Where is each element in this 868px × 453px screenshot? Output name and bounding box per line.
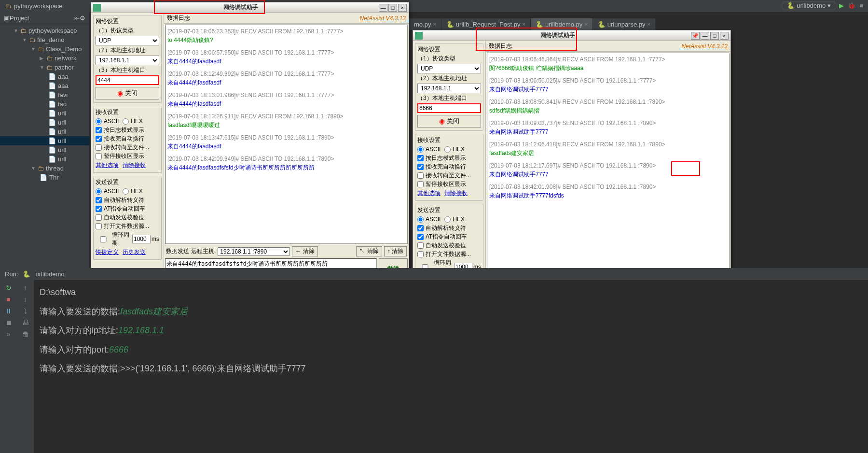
log-mode-check[interactable]: 按日志模式显示 xyxy=(96,126,159,134)
hex-radio[interactable]: HEX xyxy=(123,118,143,125)
pin-button[interactable]: 📌 xyxy=(691,32,700,40)
tree-file[interactable]: 📄favi xyxy=(0,90,89,99)
tree-file[interactable]: 📄aaa xyxy=(0,81,89,90)
data-log[interactable]: [2019-07-03 18:06:46.864]# RECV ASCII FR… xyxy=(487,53,730,272)
editor-tab[interactable]: 🐍urllib_Request_Post.py× xyxy=(441,18,531,30)
debug-icon[interactable]: 🐞 xyxy=(848,2,855,9)
run-icon[interactable]: ▶ xyxy=(839,2,844,9)
clear-recv-link[interactable]: 清除接收 xyxy=(123,161,146,170)
tree-folder[interactable]: ▼🗀pachor xyxy=(0,63,89,72)
stop-icon[interactable]: ■ xyxy=(6,296,10,303)
wrap-icon[interactable]: ⤵ xyxy=(24,307,27,315)
ascii-radio[interactable]: ASCII xyxy=(417,216,441,223)
run-config-selector[interactable]: 🐍 urllibdemo ▾ xyxy=(783,1,835,10)
close-icon[interactable]: × xyxy=(584,21,587,27)
close-connection-button[interactable]: ◉关闭 xyxy=(96,87,159,99)
auto-escape-check[interactable]: 自动解析转义符 xyxy=(417,224,481,232)
collapse-icon[interactable]: ⇤ xyxy=(74,14,80,22)
tree-file[interactable]: 📄tao xyxy=(0,99,89,109)
tree-file[interactable]: 📄aaa xyxy=(0,72,89,81)
host-ip-select[interactable]: 192.168.1.1 xyxy=(96,56,159,65)
auto-wrap-check[interactable]: 接收完自动换行 xyxy=(417,163,481,171)
open-file-check[interactable]: 打开文件数据源... xyxy=(96,222,159,230)
minimize-button[interactable]: — xyxy=(701,32,709,40)
auto-wrap-check[interactable]: 接收完自动换行 xyxy=(96,135,159,143)
at-enter-check[interactable]: AT指令自动回车 xyxy=(417,233,481,241)
editor-tab[interactable]: mo.py× xyxy=(409,18,441,30)
hex-radio[interactable]: HEX xyxy=(444,216,465,223)
maximize-button[interactable]: □ xyxy=(388,4,397,12)
host-ip-select[interactable]: 192.168.1.1 xyxy=(417,84,481,93)
other-options-link[interactable]: 其他选项 xyxy=(96,161,119,170)
project-tree[interactable]: ▼🗀pythoyworkspace ▼🗀file_demo ▼🗀Class_De… xyxy=(0,24,89,184)
tree-folder[interactable]: ▼🗀Class_Demo xyxy=(0,44,89,54)
editor-tab[interactable]: 🐍urllibdemo.py× xyxy=(531,18,593,30)
titlebar[interactable]: 网络调试助手 — □ × xyxy=(91,2,409,13)
close-icon[interactable]: × xyxy=(433,21,436,27)
close-button[interactable]: × xyxy=(398,4,407,12)
cycle-input[interactable] xyxy=(132,235,151,243)
down-icon[interactable]: ↓ xyxy=(24,296,27,303)
open-file-check[interactable]: 打开文件数据源... xyxy=(417,250,481,258)
data-log[interactable]: [2019-07-03 18:06:23.353]# RECV ASCII FR… xyxy=(165,25,408,244)
version-link[interactable]: NetAssist V4.3.13 xyxy=(682,43,728,50)
hex-radio[interactable]: HEX xyxy=(444,146,465,153)
host-port-input[interactable] xyxy=(417,103,481,113)
editor-tab[interactable]: 🐍urlunparse.py× xyxy=(593,18,656,30)
tree-file[interactable]: 📄Thr xyxy=(0,173,89,182)
auto-escape-check[interactable]: 自动解析转义符 xyxy=(96,196,159,204)
pause-icon[interactable]: ⏸ xyxy=(5,307,12,315)
protocol-select[interactable]: UDP xyxy=(96,36,159,45)
console[interactable]: D:\softwa 请输入要发送的数据:fasdfads建安家居 请输入对方的i… xyxy=(34,280,868,453)
titlebar[interactable]: 网络调试助手 📌 — □ × xyxy=(413,30,730,41)
rerun-icon[interactable]: ↻ xyxy=(6,284,12,292)
history-link[interactable]: 历史发送 xyxy=(123,248,146,256)
close-icon[interactable]: × xyxy=(648,21,650,27)
other-options-link[interactable]: 其他选项 xyxy=(417,189,441,198)
auto-checksum-check[interactable]: 自动发送校验位 xyxy=(96,213,159,222)
cycle-check[interactable] xyxy=(96,236,111,242)
to-file-check[interactable]: 接收转向至文件... xyxy=(96,143,159,152)
hex-radio[interactable]: HEX xyxy=(123,188,143,195)
up-icon[interactable]: ↑ xyxy=(24,284,27,292)
maximize-button[interactable]: □ xyxy=(710,32,719,40)
version-link[interactable]: NetAssist V4.3.13 xyxy=(360,15,406,22)
tree-folder[interactable]: ▶🗀network xyxy=(0,54,89,63)
gear-icon[interactable]: ⚙ xyxy=(80,14,85,22)
clear-recv-link[interactable]: 清除接收 xyxy=(444,189,468,198)
log-mode-check[interactable]: 按日志模式显示 xyxy=(417,154,481,162)
protocol-select[interactable]: UDP xyxy=(417,64,481,73)
at-enter-check[interactable]: AT指令自动回车 xyxy=(96,205,159,213)
tree-file[interactable]: 📄urll xyxy=(0,127,89,136)
auto-checksum-check[interactable]: 自动发送校验位 xyxy=(417,241,481,250)
exit-icon[interactable]: ⏹ xyxy=(5,319,12,326)
clear-button-3[interactable]: ↑ 清除 xyxy=(384,246,407,256)
ascii-radio[interactable]: ASCII xyxy=(96,118,119,125)
tree-folder[interactable]: ▼🗀file_demo xyxy=(0,35,89,44)
close-button[interactable]: × xyxy=(720,32,729,40)
more-icon[interactable]: » xyxy=(7,330,11,338)
quick-def-link[interactable]: 快捷定义 xyxy=(96,248,119,256)
pause-display-check[interactable]: 暂停接收区显示 xyxy=(417,180,481,188)
clear-button[interactable]: ← 清除 xyxy=(292,246,317,256)
tree-file[interactable]: 📄urll xyxy=(0,118,89,127)
to-file-check[interactable]: 接收转向至文件... xyxy=(417,171,481,180)
pause-display-check[interactable]: 暂停接收区显示 xyxy=(96,152,159,160)
host-port-input[interactable] xyxy=(96,75,159,85)
close-icon[interactable]: × xyxy=(523,21,525,27)
tree-file[interactable]: 📄urll xyxy=(0,136,89,145)
tree-file[interactable]: 📄urll xyxy=(0,109,89,118)
minimize-button[interactable]: — xyxy=(379,4,387,12)
trash-icon[interactable]: 🗑 xyxy=(22,330,29,338)
ascii-radio[interactable]: ASCII xyxy=(417,146,441,153)
tree-file[interactable]: 📄urll xyxy=(0,145,89,155)
close-connection-button[interactable]: ◉关闭 xyxy=(417,115,481,127)
ascii-radio[interactable]: ASCII xyxy=(96,188,119,195)
tree-folder[interactable]: ▼🗀thread xyxy=(0,164,89,173)
tree-root[interactable]: ▼🗀pythoyworkspace xyxy=(0,26,89,35)
stop-icon[interactable]: ■ xyxy=(859,2,863,9)
tree-file[interactable]: 📄urll xyxy=(0,155,89,164)
print-icon[interactable]: 🖶 xyxy=(22,319,29,326)
clear-button-2[interactable]: ↖ 清除 xyxy=(356,246,382,256)
remote-host-select[interactable]: 192.168.1.1 :7890 xyxy=(218,247,290,256)
